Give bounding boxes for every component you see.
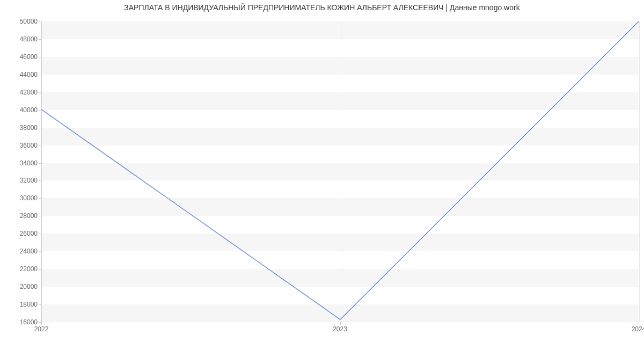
x-tick-label: 2023 [333,325,347,333]
y-tick-label: 16000 [5,318,38,326]
y-tick-mark [39,234,41,234]
y-tick-label: 46000 [5,53,38,61]
y-tick-mark [39,39,41,40]
y-tick-label: 42000 [5,89,38,96]
y-tick-mark [39,304,41,305]
x-gridline [639,21,640,322]
y-tick-mark [39,216,41,216]
y-tick-mark [39,163,41,164]
x-tick-mark [639,322,639,325]
y-tick-mark [39,110,41,111]
plot-area [41,21,639,322]
y-tick-label: 22000 [5,265,38,273]
y-tick-mark [39,198,41,199]
chart-container: ЗАРПЛАТА В ИНДИВИДУАЛЬНЫЙ ПРЕДПРИНИМАТЕЛ… [0,0,644,349]
y-tick-mark [39,92,41,93]
y-tick-mark [39,57,41,57]
x-tick-mark [340,322,341,325]
y-tick-label: 28000 [5,212,38,220]
y-tick-label: 18000 [5,301,38,308]
x-tick-label: 2022 [34,325,49,333]
x-tick-label: 2024 [632,325,644,333]
y-tick-label: 38000 [5,124,38,132]
y-tick-mark [39,21,41,22]
y-tick-label: 30000 [5,194,38,202]
y-tick-mark [39,251,41,252]
chart-title: ЗАРПЛАТА В ИНДИВИДУАЛЬНЫЙ ПРЕДПРИНИМАТЕЛ… [0,3,644,12]
y-tick-label: 36000 [5,142,38,149]
y-tick-mark [39,75,41,75]
y-tick-mark [39,269,41,270]
y-tick-label: 32000 [5,177,38,184]
y-tick-label: 48000 [5,35,38,43]
y-tick-label: 20000 [5,283,38,290]
y-tick-mark [39,180,41,181]
y-tick-label: 40000 [5,106,38,114]
y-tick-label: 44000 [5,71,38,78]
y-tick-label: 50000 [5,18,38,25]
x-tick-mark [41,322,42,325]
y-tick-label: 34000 [5,159,38,167]
y-tick-mark [39,287,41,287]
y-tick-mark [39,128,41,128]
y-tick-label: 26000 [5,230,38,237]
line-series [42,21,639,322]
y-tick-mark [39,146,41,146]
y-tick-label: 24000 [5,248,38,255]
